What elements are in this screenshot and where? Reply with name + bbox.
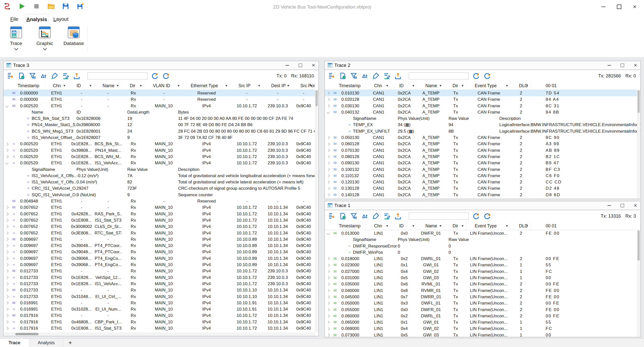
frame-row[interactable]: ✉0.000000ETH1--Rx-Reserved--- <box>4 90 318 96</box>
frame-row[interactable]: ≈0.012733ETH10x1E828...IS1_VehAcc...RxMA… <box>4 281 318 287</box>
frame-row[interactable]: ✉0.045000LIN10x7DWRR_01TxLIN Frame(Uncon… <box>325 294 640 300</box>
collapse-icon[interactable] <box>327 111 330 114</box>
open-file-button[interactable] <box>47 2 55 11</box>
filter-dropdown-icon[interactable]: ▼ <box>412 222 415 230</box>
app-close-button[interactable]: × <box>629 2 640 12</box>
filter-dropdown-icon[interactable]: ▼ <box>287 82 290 90</box>
row-expander[interactable] <box>4 217 10 223</box>
expand-icon[interactable] <box>5 155 9 158</box>
column-header[interactable]: ID▼ <box>391 82 417 90</box>
expand-icon[interactable] <box>327 98 330 101</box>
filter-dropdown-icon[interactable]: ▼ <box>139 82 142 90</box>
frame-row[interactable]: ≈0.009697ETH10x39068...PT4_EngCo...RxMAI… <box>4 255 318 262</box>
expand-icon[interactable] <box>327 333 330 337</box>
tab-analysis[interactable]: Analysis <box>25 14 48 24</box>
expand-icon[interactable] <box>5 219 9 222</box>
frame-info-icon[interactable]: i <box>339 72 346 80</box>
row-expander[interactable] <box>325 332 331 337</box>
row-expander[interactable] <box>4 211 10 217</box>
filter-icon[interactable] <box>350 72 357 80</box>
expand-icon[interactable] <box>327 174 330 177</box>
frame-row[interactable]: ✉0.073000LIN10x5GWI_03TxLIN Frame(Uncon.… <box>325 332 640 337</box>
expand-icon[interactable] <box>327 257 330 260</box>
row-expander[interactable] <box>325 134 331 141</box>
expand-icon[interactable] <box>327 187 330 190</box>
frame-row[interactable]: ✉0.012733ETH1--RxMAIN_10IPv410.10.1.1010… <box>4 287 318 293</box>
window-close-button[interactable]: × <box>310 62 316 68</box>
row-expander[interactable] <box>4 300 10 306</box>
filter-dropdown-icon[interactable]: ▼ <box>412 82 415 90</box>
filter-dropdown-icon[interactable]: ▼ <box>505 222 508 230</box>
row-expander[interactable] <box>325 96 331 103</box>
expand-icon[interactable] <box>327 264 330 267</box>
column-header[interactable]: Name▼ <box>95 82 122 90</box>
row-expander[interactable] <box>325 90 331 96</box>
expand-icon[interactable] <box>327 193 330 196</box>
search-input[interactable] <box>88 72 147 79</box>
frame-row[interactable]: ✉0.013000LIN10x0DWFR_01TxLIN Frame(Uncon… <box>325 230 640 236</box>
filter-dropdown-icon[interactable]: ▼ <box>439 222 442 230</box>
expand-icon[interactable] <box>5 251 9 254</box>
frame-row[interactable]: ≈0.012733ETH10x1E828...VehSpd_12...RxMAI… <box>4 274 318 281</box>
row-expander[interactable] <box>325 319 331 325</box>
expand-icon[interactable] <box>327 327 330 330</box>
frame-row[interactable]: ≈0.007652ETH10x1E808...IS1_Stat_ST3RxMAI… <box>4 217 318 223</box>
column-header[interactable]: Src IP▼ <box>230 82 263 90</box>
column-header[interactable]: Src Port▼ <box>292 82 315 90</box>
byte-row[interactable]: ≈IS1_VehAccel_Offset_...0x1E82800793F 72… <box>4 134 318 141</box>
filter-icon[interactable] <box>29 72 36 80</box>
expand-icon[interactable] <box>327 136 330 139</box>
window-maximize-button[interactable] <box>297 62 303 68</box>
byte-row[interactable]: ≈PN14_Master_Stat1_S...0x398080001200 7F… <box>4 122 318 128</box>
search-forward-icon[interactable] <box>483 212 491 220</box>
tab-layout[interactable]: Layout <box>49 14 72 24</box>
column-header[interactable]: Dir▼ <box>445 82 467 90</box>
column-header[interactable]: Event Type▼ <box>467 222 511 230</box>
time-diff-icon[interactable]: Δt <box>40 72 47 80</box>
expand-icon[interactable] <box>327 276 330 279</box>
frame-row[interactable]: ✉0.000000ETH1--Rx-Reserved--- <box>4 96 318 103</box>
workspace-tab-analysis[interactable]: Analysis <box>29 339 63 347</box>
column-header[interactable]: Chn▼ <box>366 222 391 230</box>
frame-row[interactable]: ✉0.110132CAN10x2CAA_TEMPTxCAN Frame2C6 F… <box>325 173 640 179</box>
filter-dropdown-icon[interactable]: ▼ <box>225 82 228 90</box>
frame-row[interactable]: ✉0.100132CAN10x2CAA_TEMPTxCAN Frame2BF C… <box>325 166 640 173</box>
filter-dropdown-icon[interactable]: ▼ <box>89 82 92 90</box>
row-expander[interactable] <box>325 262 331 268</box>
row-expander[interactable] <box>4 325 10 331</box>
frame-row[interactable]: ✉0.018000LIN10x2DWRL_01TxLIN Frame(Uncon… <box>325 256 640 262</box>
row-expander[interactable] <box>4 230 10 236</box>
clear-icon[interactable] <box>372 212 380 220</box>
start-measurement-button[interactable] <box>18 2 26 11</box>
ribbon-trace-button[interactable]: Trace <box>4 25 29 51</box>
row-expander[interactable] <box>4 204 10 211</box>
filter-dropdown-icon[interactable]: ▼ <box>63 82 66 90</box>
row-expander[interactable] <box>325 287 331 294</box>
frame-row[interactable]: ≈0.007652ETH10x42828...RAS_Park_S...RxMA… <box>4 211 318 217</box>
frame-row[interactable]: ≈0.002520ETH10x1E828...BCS_Brk_St...RxMA… <box>4 141 318 147</box>
expand-icon[interactable] <box>5 295 9 298</box>
frame-row[interactable]: ✉0.035000LIN10x6RVML_01TxLIN Frame(Uncon… <box>325 281 640 287</box>
row-expander[interactable] <box>4 255 10 262</box>
vertical-scrollbar[interactable] <box>637 230 640 337</box>
trace-dropdown-icon[interactable] <box>14 46 18 51</box>
expand-icon[interactable] <box>327 91 330 95</box>
row-expander[interactable] <box>4 147 10 154</box>
row-expander[interactable] <box>325 281 331 287</box>
expand-icon[interactable] <box>327 270 330 273</box>
row-expander[interactable] <box>325 307 331 313</box>
filter-icon[interactable] <box>350 212 357 220</box>
expand-icon[interactable] <box>5 257 9 260</box>
expand-icon[interactable] <box>327 155 330 158</box>
scrollbar-thumb[interactable] <box>15 333 38 335</box>
scrollbar-thumb[interactable] <box>315 90 318 106</box>
time-diff-icon[interactable]: Δt <box>361 212 369 220</box>
frame-row[interactable]: ✉0.070130CAN10x2CAA_TEMPTxCAN Frame2AB 8… <box>325 147 640 154</box>
frame-row[interactable]: ≈0.017916ETH10x1E808...IS1_Stat_ST3RxMAI… <box>4 325 318 331</box>
search-back-icon[interactable] <box>151 72 158 80</box>
column-header[interactable]: Chn▼ <box>366 82 391 90</box>
signal-row[interactable]: ≈DWFR_WinPos00 <box>325 249 640 256</box>
expand-icon[interactable] <box>5 231 9 235</box>
row-expander[interactable] <box>325 275 331 281</box>
window-close-button[interactable]: × <box>632 203 638 209</box>
